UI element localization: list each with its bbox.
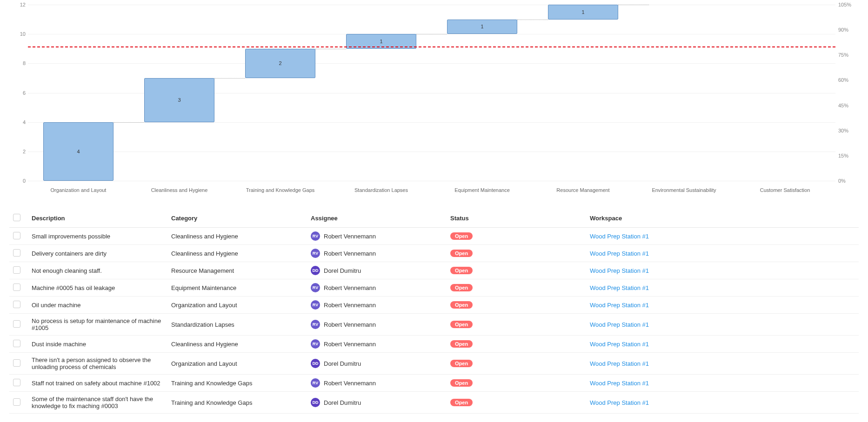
row-checkbox[interactable] xyxy=(13,232,20,239)
assignee-name: Robert Vennemann xyxy=(324,302,376,309)
avatar[interactable]: DD xyxy=(311,398,320,407)
header-status[interactable]: Status xyxy=(447,209,586,228)
row-checkbox[interactable] xyxy=(13,340,20,347)
header-description[interactable]: Description xyxy=(28,209,167,228)
x-tick-label: Customer Satisfaction xyxy=(734,184,835,193)
table-header-row: Description Category Assignee Status Wor… xyxy=(9,209,859,228)
row-checkbox[interactable] xyxy=(13,379,20,386)
avatar[interactable]: DD xyxy=(311,359,320,368)
assignee-name: Robert Vennemann xyxy=(324,321,376,328)
workspace-link[interactable]: Wood Prep Station #1 xyxy=(590,267,649,274)
status-badge[interactable]: Open xyxy=(450,232,473,240)
cell-assignee: DDDorel Dumitru xyxy=(307,353,447,375)
workspace-link[interactable]: Wood Prep Station #1 xyxy=(590,380,649,387)
cell-description: No process is setup for maintenance of m… xyxy=(28,314,167,336)
workspace-link[interactable]: Wood Prep Station #1 xyxy=(590,399,649,406)
avatar[interactable]: RV xyxy=(311,283,320,292)
header-category[interactable]: Category xyxy=(167,209,307,228)
status-badge[interactable]: Open xyxy=(450,250,473,257)
status-badge[interactable]: Open xyxy=(450,360,473,367)
status-badge[interactable]: Open xyxy=(450,399,473,406)
chart-connector xyxy=(315,49,346,49)
cell-status: Open xyxy=(447,262,586,279)
avatar[interactable]: RV xyxy=(311,249,320,258)
cell-status: Open xyxy=(447,297,586,314)
y-right-tick-label: 0% xyxy=(838,178,858,184)
cell-description: Some of the maintenance staff don't have… xyxy=(28,392,167,414)
status-badge[interactable]: Open xyxy=(450,267,473,274)
cell-status: Open xyxy=(447,279,586,297)
chart-connector xyxy=(517,20,548,20)
avatar[interactable]: RV xyxy=(311,231,320,241)
select-all-checkbox[interactable] xyxy=(13,214,20,221)
chart-bar[interactable]: 3 xyxy=(144,78,215,122)
y-right-tick-label: 15% xyxy=(838,153,858,158)
avatar[interactable]: RV xyxy=(311,378,320,388)
workspace-link[interactable]: Wood Prep Station #1 xyxy=(590,360,649,367)
workspace-link[interactable]: Wood Prep Station #1 xyxy=(590,284,649,291)
workspace-link[interactable]: Wood Prep Station #1 xyxy=(590,321,649,328)
cell-category: Organization and Layout xyxy=(167,297,307,314)
assignee-name: Robert Vennemann xyxy=(324,380,376,387)
table-row: Staff not trained on safety about machin… xyxy=(9,375,859,392)
table-row: There isn't a person assigned to observe… xyxy=(9,353,859,375)
header-assignee[interactable]: Assignee xyxy=(307,209,447,228)
row-checkbox[interactable] xyxy=(13,398,20,406)
row-checkbox[interactable] xyxy=(13,266,20,274)
cell-status: Open xyxy=(447,353,586,375)
row-checkbox[interactable] xyxy=(13,359,20,367)
status-badge[interactable]: Open xyxy=(450,340,473,348)
status-badge[interactable]: Open xyxy=(450,284,473,291)
chart-bar[interactable]: 4 xyxy=(43,122,114,181)
cell-workspace: Wood Prep Station #1 xyxy=(586,375,859,392)
header-checkbox-cell xyxy=(9,209,28,228)
cell-category: Cleanliness and Hygiene xyxy=(167,245,307,262)
avatar[interactable]: RV xyxy=(311,320,320,329)
cell-description: Small improvements possible xyxy=(28,228,167,245)
assignee-name: Robert Vennemann xyxy=(324,284,376,291)
chart-bar[interactable]: 2 xyxy=(245,49,316,78)
workspace-link[interactable]: Wood Prep Station #1 xyxy=(590,302,649,309)
x-tick-label: Training and Knowledge Gaps xyxy=(230,184,331,193)
table-row: Oil under machineOrganization and Layout… xyxy=(9,297,859,314)
row-checkbox[interactable] xyxy=(13,249,20,257)
status-badge[interactable]: Open xyxy=(450,301,473,309)
header-workspace[interactable]: Workspace xyxy=(586,209,859,228)
y-right-tick-label: 90% xyxy=(838,27,858,33)
workspace-link[interactable]: Wood Prep Station #1 xyxy=(590,233,649,240)
cell-description: Staff not trained on safety about machin… xyxy=(28,375,167,392)
chart-x-axis: Organization and LayoutCleanliness and H… xyxy=(28,184,835,193)
row-checkbox[interactable] xyxy=(13,301,20,308)
chart-bar-slot: 3 xyxy=(129,5,230,181)
cell-assignee: DDDorel Dumitru xyxy=(307,392,447,414)
chart-bar[interactable]: 1 xyxy=(447,20,518,34)
cell-assignee: RVRobert Vennemann xyxy=(307,314,447,336)
cell-category: Training and Knowledge Gaps xyxy=(167,392,307,414)
cell-status: Open xyxy=(447,375,586,392)
cell-workspace: Wood Prep Station #1 xyxy=(586,262,859,279)
avatar[interactable]: DD xyxy=(311,266,320,275)
chart-bar[interactable]: 1 xyxy=(548,5,619,20)
workspace-link[interactable]: Wood Prep Station #1 xyxy=(590,250,649,257)
row-checkbox[interactable] xyxy=(13,284,20,291)
chart-bar-slot: 1 xyxy=(533,5,634,181)
cell-workspace: Wood Prep Station #1 xyxy=(586,279,859,297)
row-checkbox[interactable] xyxy=(13,320,20,328)
table-row: Not enough cleaning staff.Resource Manag… xyxy=(9,262,859,279)
status-badge[interactable]: Open xyxy=(450,321,473,328)
y-left-tick-label: 6 xyxy=(14,90,26,96)
avatar[interactable]: RV xyxy=(311,339,320,349)
cell-workspace: Wood Prep Station #1 xyxy=(586,297,859,314)
table-row: Small improvements possibleCleanliness a… xyxy=(9,228,859,245)
workspace-link[interactable]: Wood Prep Station #1 xyxy=(590,341,649,348)
cell-status: Open xyxy=(447,245,586,262)
cell-category: Standardization Lapses xyxy=(167,314,307,336)
cell-assignee: RVRobert Vennemann xyxy=(307,297,447,314)
cell-category: Training and Knowledge Gaps xyxy=(167,375,307,392)
chart-bar-slot: 1 xyxy=(432,5,533,181)
avatar[interactable]: RV xyxy=(311,300,320,310)
cell-status: Open xyxy=(447,314,586,336)
cell-assignee: RVRobert Vennemann xyxy=(307,245,447,262)
chart-plot-area: 0246810120%15%30%45%60%75%90%105%432111 xyxy=(28,5,835,181)
status-badge[interactable]: Open xyxy=(450,379,473,387)
